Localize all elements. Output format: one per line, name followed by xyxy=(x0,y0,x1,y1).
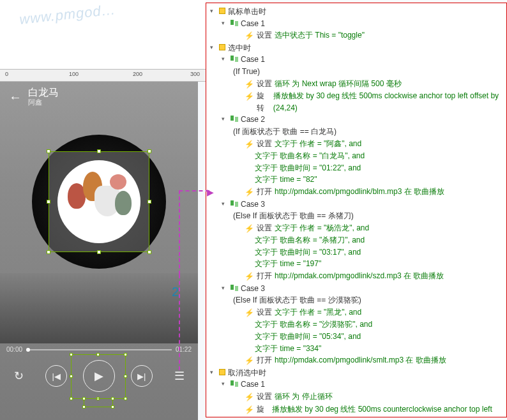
action-row[interactable]: ⚡ 打开 http://pmdak.com/pmgodlink/smlt.mp3… xyxy=(210,354,503,367)
case-icon xyxy=(231,200,238,207)
connector-line xyxy=(179,274,180,370)
case-condition: (Else If 面板状态于 歌曲 == 杀猪刀) xyxy=(210,210,503,222)
album-art[interactable] xyxy=(57,160,140,243)
prev-track-icon[interactable]: |◀ xyxy=(45,365,67,387)
bolt-icon: ⚡ xyxy=(245,30,254,42)
bolt-icon: ⚡ xyxy=(245,223,254,235)
action-row[interactable]: ⚡ 旋转 播放触发 by 30 deg 线性 500ms clockwise a… xyxy=(210,90,503,114)
action-row[interactable]: ⚡ 设置 循环 为 停止循环 xyxy=(210,391,503,403)
ruler-tick: 200 xyxy=(133,71,142,77)
collapse-icon[interactable]: ▾ xyxy=(222,380,228,389)
ruler-tick: 100 xyxy=(69,71,79,77)
disc-area[interactable] xyxy=(0,112,198,291)
event-label: 鼠标单击时 xyxy=(228,6,266,18)
album-illustration xyxy=(64,167,134,237)
collapse-icon[interactable]: ▾ xyxy=(210,43,216,52)
event-label: 取消选中时 xyxy=(228,367,266,379)
action-row[interactable]: ⚡ 设置 选中状态于 This = "toggle" xyxy=(210,29,503,42)
action-row[interactable]: ⚡ 设置 循环 为 Next wrap 循环间隔 500 毫秒 xyxy=(210,78,503,91)
case-node[interactable]: ▾ Case 2 xyxy=(210,114,503,126)
play-icon[interactable]: ▶ xyxy=(83,360,115,392)
action-row[interactable]: ⚡ 打开 http://pmdak.com/pmgodlink/szd.mp3 … xyxy=(210,270,503,283)
design-canvas[interactable]: www.pmgod… 0 100 200 300 ← 白龙马 阿鑫 xyxy=(0,0,206,420)
case-icon xyxy=(231,20,238,26)
action-cont: 文字于 time = "197" xyxy=(210,258,503,270)
event-icon xyxy=(219,8,225,14)
song-artist: 阿鑫 xyxy=(28,98,59,107)
collapse-icon[interactable]: ▾ xyxy=(222,115,228,124)
collapse-icon[interactable]: ▾ xyxy=(222,19,228,28)
case-icon xyxy=(231,380,238,387)
case-condition: (If True) xyxy=(210,66,503,78)
sub-selection[interactable] xyxy=(84,398,113,407)
action-row[interactable]: ⚡ 设置 文字于 作者 = "黑龙", and xyxy=(210,306,503,319)
connector-line xyxy=(179,190,180,274)
bolt-icon: ⚡ xyxy=(245,404,254,416)
case-condition: (Else If 面板状态于 歌曲 == 沙漠骆驼) xyxy=(210,294,503,306)
event-label: 选中时 xyxy=(228,42,251,54)
event-icon xyxy=(219,44,225,50)
player-header: ← 白龙马 阿鑫 xyxy=(0,82,198,112)
bolt-icon: ⚡ xyxy=(245,271,254,283)
next-track-icon[interactable]: ▶| xyxy=(131,365,153,387)
back-arrow-icon[interactable]: ← xyxy=(9,90,22,105)
interactions-panel[interactable]: ▾ 鼠标单击时 ▾ Case 1 ⚡ 设置 选中状态于 This = "togg… xyxy=(206,3,507,417)
case-label: Case 3 xyxy=(241,199,265,211)
progress-bar[interactable]: 00:00 01:22 xyxy=(6,346,192,353)
case-label: Case 1 xyxy=(241,54,265,66)
song-title: 白龙马 xyxy=(28,87,59,98)
background-crowd xyxy=(0,273,198,343)
action-row[interactable]: ⚡ 打开 http://pmdak.com/pmgodlink/blm.mp3 … xyxy=(210,186,503,199)
action-value: 选中状态于 This = "toggle" xyxy=(275,29,365,41)
phone-mockup[interactable]: ← 白龙马 阿鑫 xyxy=(0,82,198,420)
horizontal-ruler: 0 100 200 300 xyxy=(0,69,206,82)
connector-line xyxy=(179,190,209,191)
action-row[interactable]: ⚡ 旋转 播放触发 by 30 deg 线性 500ms countercloc… xyxy=(210,403,503,417)
case-label: Case 3 xyxy=(241,283,265,295)
collapse-icon[interactable]: ▾ xyxy=(222,284,228,293)
event-click[interactable]: ▾ 鼠标单击时 xyxy=(210,6,503,18)
action-prefix: 设置 xyxy=(257,29,272,41)
action-cont: 文字于 歌曲名称 = "沙漠骆驼", and xyxy=(210,319,503,331)
disc-ring xyxy=(32,135,166,269)
case-icon xyxy=(231,56,238,62)
canvas-top-blank xyxy=(0,0,206,69)
event-unselected[interactable]: ▾ 取消选中时 xyxy=(210,367,503,379)
time-current: 00:00 xyxy=(6,346,22,353)
case-condition: (If 面板状态于 歌曲 == 白龙马) xyxy=(210,126,503,138)
action-row[interactable]: ⚡ 设置 文字于 作者 = "阿鑫", and xyxy=(210,138,503,151)
action-cont: 文字于 time = "334" xyxy=(210,343,503,355)
event-selected[interactable]: ▾ 选中时 xyxy=(210,42,503,54)
loop-icon[interactable]: ↻ xyxy=(8,365,29,387)
action-cont: 文字于 歌曲名称 = "白龙马", and xyxy=(210,150,503,162)
case-node[interactable]: ▾ Case 1 xyxy=(210,379,503,391)
collapse-icon[interactable]: ▾ xyxy=(222,55,228,64)
ruler-tick: 300 xyxy=(190,71,200,77)
collapse-icon[interactable]: ▾ xyxy=(210,368,216,377)
case-label: Case 2 xyxy=(241,114,265,126)
event-icon xyxy=(219,369,225,375)
case-label: Case 1 xyxy=(241,379,265,391)
case-icon xyxy=(231,285,238,291)
case-node[interactable]: ▾ Case 3 xyxy=(210,199,503,211)
action-cont: 文字于 time = "82" xyxy=(210,174,503,186)
bolt-icon: ⚡ xyxy=(245,79,254,91)
bolt-icon: ⚡ xyxy=(245,91,254,103)
bolt-icon: ⚡ xyxy=(245,391,254,403)
action-row[interactable]: ⚡ 设置 文字于 作者 = "杨浩龙", and xyxy=(210,222,503,235)
connector-arrow-icon: ▶ xyxy=(207,187,214,197)
collapse-icon[interactable]: ▾ xyxy=(222,200,228,209)
action-cont: 文字于 歌曲名称 = "杀猪刀", and xyxy=(210,234,503,246)
bolt-icon: ⚡ xyxy=(245,139,254,151)
case-label: Case 1 xyxy=(241,18,265,30)
case-node[interactable]: ▾ Case 1 xyxy=(210,18,503,30)
case-node[interactable]: ▾ Case 1 xyxy=(210,54,503,66)
collapse-icon[interactable]: ▾ xyxy=(210,7,216,16)
bolt-icon: ⚡ xyxy=(245,307,254,319)
time-total: 01:22 xyxy=(176,346,192,353)
progress-track[interactable] xyxy=(26,349,172,350)
player-controls: ↻ |◀ ▶ ▶| ☰ xyxy=(0,360,198,392)
case-node[interactable]: ▾ Case 3 xyxy=(210,283,503,295)
ruler-tick: 0 xyxy=(5,71,8,77)
action-cont: 文字于 歌曲时间 = "05:34", and xyxy=(210,331,503,343)
